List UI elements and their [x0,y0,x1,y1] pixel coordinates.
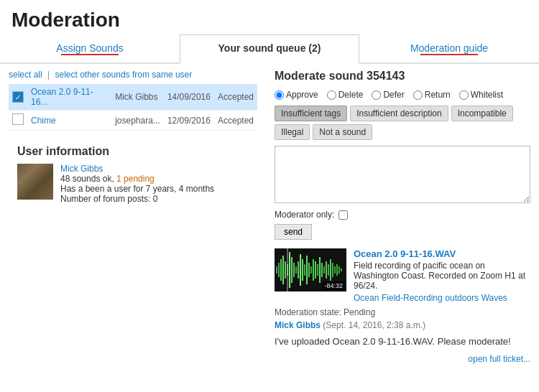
sound-name-link[interactable]: Ocean 2.0 9-11-16... [31,87,93,107]
tab-moderation-guide[interactable]: Moderation guide [359,34,539,63]
checkbox[interactable] [12,113,24,125]
open-ticket-link[interactable]: open full ticket... [275,354,530,364]
svg-rect-15 [306,256,308,284]
svg-rect-28 [334,266,336,274]
tag-insufficient-description[interactable]: Insufficient description [350,106,448,121]
svg-rect-13 [302,259,303,281]
svg-rect-14 [304,264,305,276]
table-row[interactable]: ✓ Ocean 2.0 9-11-16... Mick Gibbs 14/09/… [9,84,257,111]
sound-user: Mick Gibbs [111,84,164,111]
svg-rect-30 [338,266,340,274]
radio-whitelist-input[interactable] [459,90,469,100]
moderation-state: Moderation state: Pending [275,307,530,317]
radio-whitelist[interactable]: Whitelist [459,90,503,100]
radio-return[interactable]: Return [413,90,451,100]
tag-ocean[interactable]: Ocean [354,293,379,303]
uploader-link[interactable]: Mick Gibbs [275,320,321,330]
svg-rect-24 [326,261,327,279]
sound-name-link[interactable]: Chime [31,116,56,126]
tag-outdoors[interactable]: outdoors [445,293,479,303]
radio-options: Approve Delete Defer Return Whitelist [275,90,530,100]
radio-delete-input[interactable] [327,90,336,100]
sound-date: 12/09/2016 [164,111,214,131]
divider: | [47,70,50,80]
select-links: select all | select other sounds from sa… [9,70,257,80]
svg-rect-9 [293,263,295,277]
tabs-bar: Assign Sounds Your sound queue (2) Moder… [0,34,539,64]
svg-rect-11 [298,261,299,279]
tag-buttons: Insufficient tags Insufficient descripti… [275,106,530,140]
tag-waves[interactable]: Waves [482,293,507,303]
svg-rect-2 [278,263,280,277]
svg-rect-25 [328,264,329,276]
moderator-only-row: Moderator only: [275,210,530,220]
sound-tags: Ocean Field-Recording outdoors Waves [354,292,530,303]
sound-status: Accepted [214,84,257,111]
radio-approve[interactable]: Approve [275,90,318,100]
svg-rect-10 [295,266,297,274]
svg-rect-26 [330,259,331,281]
svg-rect-20 [317,264,318,276]
radio-return-input[interactable] [413,90,423,100]
sound-date: 14/09/2016 [164,84,214,111]
user-info-content: Mick Gibbs 48 sounds ok, 1 pending Has a… [17,164,249,204]
svg-rect-21 [319,257,321,283]
radio-return-label: Return [425,90,451,100]
svg-rect-17 [310,266,312,274]
moderation-textarea[interactable] [275,146,530,203]
tab-sound-queue[interactable]: Your sound queue (2) [180,34,359,64]
svg-rect-19 [315,261,316,279]
send-button[interactable]: send [275,224,312,240]
svg-rect-18 [313,259,314,281]
select-other-link[interactable]: select other sounds from same user [55,70,193,80]
user-info-section: User information Mick Gibbs 48 sounds ok… [9,145,257,204]
svg-rect-5 [285,261,286,279]
sound-status: Accepted [214,111,257,131]
sound-meta: Ocean 2.0 9-11-16.WAV Field recording of… [354,248,530,303]
avatar-image [17,164,53,200]
tag-insufficient-tags[interactable]: Insufficient tags [275,106,347,121]
select-all-link[interactable]: select all [9,70,42,80]
svg-rect-27 [332,263,333,277]
mod-user-row: Mick Gibbs (Sept. 14, 2016, 2:38 a.m.) [275,320,530,330]
svg-rect-12 [300,254,301,286]
radio-approve-label: Approve [286,90,318,100]
checkbox-checked[interactable]: ✓ [12,91,24,103]
left-panel: select all | select other sounds from sa… [0,70,266,364]
main-layout: select all | select other sounds from sa… [0,64,539,364]
radio-whitelist-label: Whitelist [471,90,503,100]
tag-field-recording[interactable]: Field-Recording [382,293,443,303]
sound-description: Field recording of pacific ocean on Wash… [354,261,530,291]
pending-link[interactable]: 1 pending [116,174,155,184]
moderator-only-checkbox[interactable] [338,210,348,220]
mod-message: I've uploaded Ocean 2.0 9-11-16.WAV. Ple… [275,336,530,347]
user-info-title: User information [17,145,249,158]
avatar [17,164,53,200]
svg-rect-29 [336,264,338,276]
radio-defer-label: Defer [383,90,404,100]
user-name-link[interactable]: Mick Gibbs [60,164,103,174]
svg-rect-7 [289,252,290,288]
user-sounds: 48 sounds ok, 1 pending [60,174,214,184]
forum-posts: Number of forum posts: 0 [60,194,214,204]
tag-not-a-sound[interactable]: Not a sound [313,124,372,140]
table-row[interactable]: Chime josephara... 12/09/2016 Accepted [9,111,257,131]
radio-defer[interactable]: Defer [372,90,404,100]
sound-title-link[interactable]: Ocean 2.0 9-11-16.WAV [354,248,456,259]
tab-assign-sounds[interactable]: Assign Sounds [0,34,180,63]
svg-rect-8 [291,257,292,283]
svg-rect-1 [276,266,277,274]
radio-delete[interactable]: Delete [327,90,364,100]
tag-incompatible[interactable]: Incompatible [451,106,513,121]
member-since: Has a been a user for 7 years, 4 months [60,184,214,194]
user-details: Mick Gibbs 48 sounds ok, 1 pending Has a… [60,164,214,204]
radio-defer-input[interactable] [372,90,381,100]
svg-rect-22 [321,263,323,277]
moderate-title: Moderate sound 354143 [275,70,530,83]
radio-approve-input[interactable] [275,90,284,100]
tag-illegal[interactable]: Illegal [275,124,310,140]
page-title: Moderation [0,0,539,34]
waveform-time: -84:32 [322,281,345,290]
svg-rect-3 [280,259,282,281]
moderator-only-label: Moderator only: [275,210,334,220]
